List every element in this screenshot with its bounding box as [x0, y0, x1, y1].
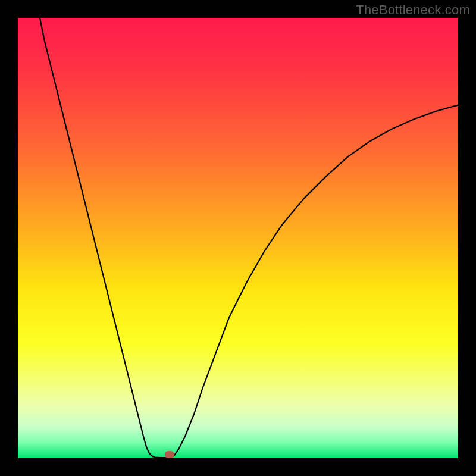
svg-rect-0: [18, 18, 458, 458]
chart-frame: TheBottleneck.com: [0, 0, 476, 476]
background-gradient: [18, 18, 458, 458]
bottleneck-marker: [165, 451, 174, 458]
watermark-text: TheBottleneck.com: [356, 2, 470, 18]
plot-area: [18, 18, 458, 458]
